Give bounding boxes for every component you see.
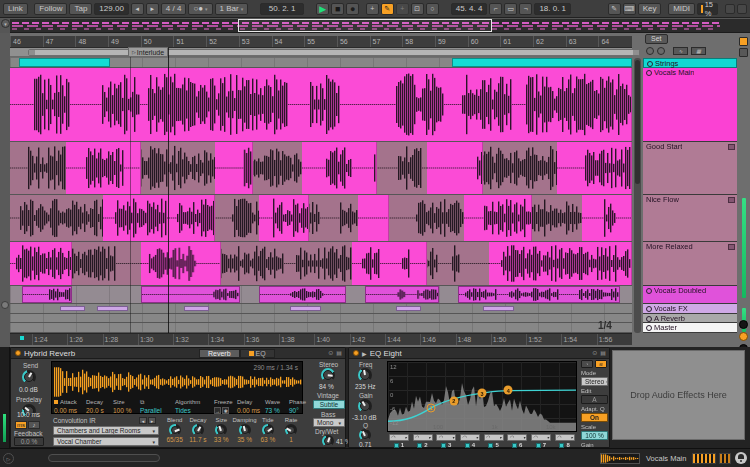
eq-band-node-4[interactable]: 4 [504, 386, 513, 395]
audio-clip[interactable] [10, 68, 632, 141]
knob-dial[interactable] [285, 424, 297, 436]
device-chain-scrollbar[interactable] [48, 454, 160, 462]
bass-mono-select[interactable]: Mono [313, 418, 345, 427]
audio-clip[interactable] [141, 286, 241, 303]
audio-clip[interactable] [19, 58, 109, 67]
audio-clip[interactable] [259, 195, 309, 241]
attack-led-icon[interactable] [54, 400, 58, 404]
hot-swap-icon[interactable]: ⊙ [328, 349, 333, 356]
device-on-led[interactable] [15, 350, 21, 356]
reverb-knob[interactable]: Size 33 % [210, 417, 233, 444]
previous-locator-button[interactable] [646, 47, 654, 55]
audio-clip[interactable] [60, 306, 85, 311]
scrub-area[interactable] [10, 48, 632, 57]
filter-type-select[interactable]: ◠▾ [484, 434, 504, 441]
eq-band-cell[interactable]: ◠▾ 8 [553, 434, 577, 448]
loop-start-handle[interactable] [29, 50, 35, 55]
knob-dial[interactable] [215, 424, 227, 436]
size-param[interactable]: Size 100 % [113, 399, 140, 414]
send-knob[interactable] [22, 370, 36, 384]
attack-param[interactable]: Attack 0.00 ms [54, 399, 86, 414]
take-lane-fold-icon[interactable] [728, 144, 735, 150]
mode-select[interactable]: Stereo [581, 377, 608, 386]
track-lane-strings[interactable] [10, 58, 632, 68]
loop-gutter-icon[interactable] [1, 301, 9, 309]
device-eq-eight[interactable]: ▶ EQ Eight ⊙ ▤ Freq 235 Hz Gain -3.10 dB… [348, 347, 610, 448]
time-signature-field[interactable]: 4 / 4 [161, 3, 187, 15]
clip-preview-thumbnail[interactable] [600, 453, 640, 464]
reverb-knob[interactable]: Tide 63 % [256, 417, 279, 444]
gain-value[interactable]: -3.10 dB [352, 414, 377, 421]
blend-mode-param[interactable]: ⧉ Parallel [140, 399, 175, 414]
vintage-select[interactable]: Subtle [313, 400, 345, 409]
filter-type-select[interactable]: ◠▾ [436, 434, 456, 441]
io-folder-button[interactable]: ▦ [691, 47, 706, 55]
link-button[interactable]: Link [3, 3, 28, 15]
track-lane-vocals-fx[interactable] [10, 304, 632, 314]
band-enable-checkbox[interactable] [465, 443, 470, 448]
audio-clip[interactable] [427, 142, 483, 194]
track-header-vocals-main[interactable]: Vocals Main [643, 68, 737, 142]
track-header-nice-flow[interactable]: Nice Flow [643, 195, 737, 242]
knob-value[interactable]: 1 [289, 436, 293, 444]
reverb-knob[interactable]: Decay 11.7 s [186, 417, 209, 444]
stereo-knob[interactable] [321, 368, 335, 382]
eq-band-node-2[interactable]: 2 [449, 396, 458, 405]
audio-clip[interactable] [489, 242, 632, 285]
filter-type-select[interactable]: ◠▾ [507, 434, 527, 441]
track-lane-good-start[interactable] [10, 142, 632, 195]
track-header-master[interactable]: Master [643, 323, 737, 333]
quantization-menu[interactable]: 1 Bar [215, 3, 249, 15]
freq-knob[interactable] [358, 368, 372, 382]
device-hybrid-reverb[interactable]: Hybrid Reverb ⊙ ▤ Reverb EQ Send 0.0 dB … [10, 347, 346, 448]
filter-type-select[interactable]: ◠▾ [460, 434, 480, 441]
track-circle-icon[interactable] [646, 306, 652, 312]
track-header-good-start[interactable]: Good Start [643, 142, 737, 195]
automation-lane-button[interactable]: ∿ [673, 47, 688, 55]
loop-switch[interactable]: ▭ [504, 3, 517, 15]
audio-clip[interactable] [365, 286, 440, 303]
eq-band-cell[interactable]: ◠▾ 1 [387, 434, 411, 448]
filter-type-select[interactable]: ◠▾ [531, 434, 551, 441]
sync-note-toggle[interactable]: ♪ [28, 421, 40, 429]
knob-value[interactable]: 65/35 [167, 436, 183, 444]
audio-clip[interactable] [358, 195, 389, 241]
algorithm-param[interactable]: Algorithm Tides [175, 399, 214, 414]
overdub-button[interactable]: + [366, 3, 379, 15]
cpu-meter[interactable]: 15 % [697, 3, 718, 15]
eq-eight-titlebar[interactable]: ▶ EQ Eight ⊙ ▤ [349, 348, 609, 359]
hot-swap-icon[interactable]: ⊙ [592, 349, 597, 356]
adapt-q-toggle[interactable]: On [581, 413, 608, 422]
hybrid-reverb-titlebar[interactable]: Hybrid Reverb ⊙ ▤ [11, 348, 345, 359]
tab-reverb[interactable]: Reverb [199, 349, 240, 358]
tap-tempo-button[interactable]: Tap [69, 3, 92, 15]
ms-toggle[interactable]: ms [15, 421, 27, 429]
loop-brace[interactable] [28, 49, 640, 56]
q-knob[interactable] [359, 429, 371, 441]
session-record-button[interactable]: ○ [426, 3, 439, 15]
decay-param[interactable]: Decay 20.0 s [86, 399, 113, 414]
q-value[interactable]: 0.71 [359, 441, 372, 448]
tempo-field[interactable]: 129.00 [94, 3, 128, 15]
loop-length-field[interactable]: 18. 0. 1 [534, 3, 571, 15]
track-lane-a-reverb[interactable] [10, 314, 632, 323]
punch-out-button[interactable]: ¬ [519, 3, 532, 15]
arrangement-view-toggle[interactable] [739, 37, 748, 46]
knob-value[interactable]: 33 % [214, 436, 229, 444]
track-lane-more-relaxed[interactable] [10, 242, 632, 286]
track-header-vocals-fx[interactable]: Vocals FX [643, 304, 737, 314]
feedback-value[interactable]: 0.0 % [14, 437, 44, 446]
scrollbar-thumb[interactable] [635, 60, 640, 184]
track-header-more-relaxed[interactable]: More Relaxed [643, 242, 737, 286]
audio-clip[interactable] [582, 195, 632, 241]
track-circle-icon[interactable] [646, 325, 652, 331]
audio-clip[interactable] [215, 142, 252, 194]
track-lane-nice-flow[interactable] [10, 195, 632, 242]
tab-eq[interactable]: EQ [240, 349, 275, 358]
follow-button[interactable]: Follow [34, 3, 67, 15]
stop-button[interactable]: ■ [331, 3, 344, 15]
eq-curve-display[interactable]: 12 6 0 -6 -12 100 1k 10k 1 2 3 4 [387, 361, 577, 432]
computer-midi-keyboard-button[interactable]: ⌨ [623, 3, 636, 15]
track-header-a-reverb[interactable]: A Reverb [643, 314, 737, 323]
eq-band-cell[interactable]: ◠▾ 2 [411, 434, 435, 448]
